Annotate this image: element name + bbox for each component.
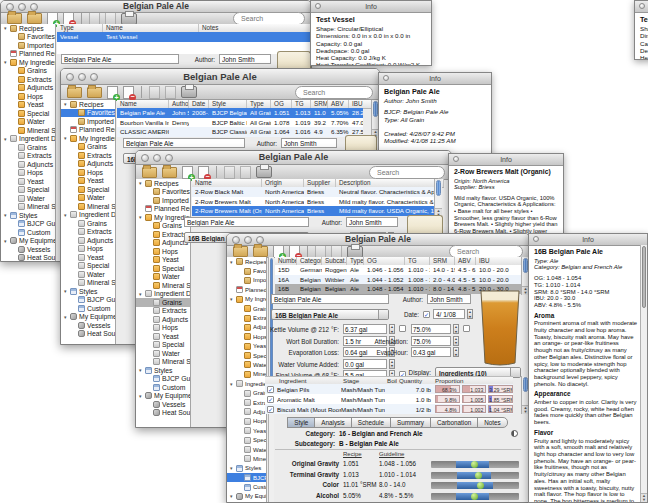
sidebar-item[interactable]: ▾ Extracts — [227, 398, 266, 407]
minimize-button[interactable] — [78, 73, 86, 81]
close-button[interactable] — [66, 73, 74, 81]
column-header[interactable]: Type — [347, 257, 364, 265]
sidebar-item[interactable]: ▾ BJCP Guid… — [227, 473, 266, 482]
column-header[interactable]: SRM — [430, 257, 455, 265]
palette-titlebar[interactable]: Info — [379, 73, 491, 85]
close-icon[interactable] — [639, 3, 645, 9]
close-icon[interactable] — [533, 236, 539, 242]
sidebar-item[interactable]: ▾ Mineral S… — [61, 202, 115, 211]
sidebar-item[interactable]: ▾ Ingredient D… — [1, 135, 55, 144]
sidebar-item[interactable]: ▾ Water — [1, 118, 55, 127]
sidebar-item[interactable]: ▾ My Ingredien… — [136, 213, 190, 222]
recipe-name-field[interactable] — [184, 217, 309, 227]
sidebar-item[interactable]: ▾ Water — [61, 194, 115, 203]
sidebar-item[interactable]: ▾ Custom — [61, 304, 115, 313]
sidebar-item[interactable]: ▾ Styles — [227, 464, 266, 473]
sidebar-item[interactable]: ▾ Water — [227, 445, 266, 454]
sidebar-item[interactable]: ▾ Extracts — [1, 152, 55, 161]
sidebar-item[interactable]: ▾ Yeast — [227, 426, 266, 435]
sidebar-item[interactable]: ▾ Vessels — [136, 400, 190, 409]
close-icon[interactable] — [383, 75, 389, 81]
sidebar-item[interactable]: ▾ Extracts — [61, 228, 115, 237]
sidebar-item[interactable]: ▾ Hops — [61, 245, 115, 254]
column-header[interactable]: TG — [405, 257, 430, 265]
tab[interactable]: Carbonation — [430, 417, 478, 428]
search-input[interactable] — [295, 86, 373, 99]
sidebar-item[interactable]: ▾ My Equipmen… — [136, 392, 190, 401]
recipe-name-field[interactable] — [271, 294, 389, 304]
sidebar-item[interactable]: ▾ Mineral S… — [1, 126, 55, 135]
column-header[interactable]: IBU — [349, 100, 372, 108]
sidebar-item[interactable]: ▾ Hops — [136, 247, 190, 256]
close-icon[interactable] — [453, 156, 459, 162]
palette-titlebar[interactable]: Info — [529, 234, 647, 246]
column-header[interactable]: Name — [117, 100, 169, 108]
sidebar-item[interactable]: ▾ Grains — [136, 298, 190, 307]
sidebar-item[interactable]: ▾ Yeast — [61, 253, 115, 262]
sidebar-item[interactable]: ▾ Ingredient D… — [61, 211, 115, 220]
sidebar-item[interactable]: ▾ Favorites — [61, 109, 115, 118]
column-header[interactable]: OG — [271, 100, 292, 108]
sidebar-item[interactable]: ▾ Yeast — [61, 177, 115, 186]
table-scrollbar[interactable]: ▲▼ — [434, 179, 442, 217]
minimize-button[interactable] — [244, 236, 252, 244]
sidebar-item[interactable]: ▾ Adjuncts — [136, 239, 190, 248]
param-checkbox[interactable] — [463, 325, 470, 332]
sidebar-item[interactable]: ▾ Heat Sou… — [1, 254, 55, 262]
column-header[interactable]: Author — [169, 100, 189, 108]
column-header[interactable]: Notes — [199, 24, 312, 32]
table-row[interactable]: Belgian Pale AleJohn S… 2008-…BJCP Belgi… — [117, 108, 363, 118]
sidebar-item[interactable]: ▾ Adjuncts — [1, 84, 55, 93]
sidebar-item[interactable]: ▾ Grains — [61, 143, 115, 152]
sidebar-item[interactable]: ▾ Mineral S… — [136, 358, 190, 367]
column-header[interactable]: Origin — [262, 179, 304, 187]
close-button[interactable] — [6, 3, 14, 11]
param-stepper[interactable]: ▲▼ — [453, 347, 459, 357]
table-row[interactable]: 16ABelgian … WitbierAle 1.044 - 1.0521.0… — [275, 275, 522, 285]
column-header[interactable]: Supplier — [304, 179, 336, 187]
table-row[interactable]: 2-Row Brewers Malt (Organic)North Americ… — [192, 206, 435, 216]
sidebar-item[interactable]: ▾ Favorites — [1, 33, 55, 42]
zoom-button[interactable] — [256, 236, 264, 244]
param-stepper[interactable]: ▲▼ — [389, 359, 395, 369]
titlebar[interactable]: Belgian Pale Ale — [136, 151, 451, 165]
sidebar-item[interactable]: ▾ Water — [136, 349, 190, 358]
column-header[interactable]: SRM — [311, 100, 328, 108]
sidebar-item[interactable]: ▾ Heat Sou… — [61, 330, 115, 339]
add-item-icon[interactable] — [107, 86, 118, 99]
column-header[interactable]: Name — [192, 179, 262, 187]
column-header[interactable]: OG — [364, 257, 405, 265]
sidebar-item[interactable]: ▾ Hops — [227, 417, 266, 426]
sidebar-item[interactable]: ▾ Mineral S… — [136, 281, 190, 290]
duplicate-icon[interactable] — [240, 166, 251, 179]
sidebar-item[interactable]: ▾ My Ingredien… — [1, 58, 55, 67]
ingredient-stage-popup[interactable]: Mash/Mash Tun — [341, 396, 385, 403]
column-header[interactable]: Type — [57, 24, 103, 32]
sidebar-item[interactable]: ▾ Custom — [136, 383, 190, 392]
sidebar-item[interactable]: ▾ Extracts — [136, 307, 190, 316]
table-row[interactable]: 15DGerman … Roggen…Ale 1.046 - 1.0561.01… — [275, 265, 522, 275]
ingredient-row[interactable]: Biscuit Malt (Mout Roost 50) Mash/Mash T… — [265, 404, 513, 414]
sidebar-item[interactable]: ▾ Styles — [61, 287, 115, 296]
close-button[interactable] — [141, 154, 149, 162]
print-icon[interactable] — [347, 246, 363, 258]
sidebar-item[interactable]: ▾ Styles — [1, 211, 55, 220]
sidebar-item[interactable]: ▾ Hops — [61, 168, 115, 177]
sidebar-item[interactable]: ▾ Vessels — [1, 245, 55, 254]
sidebar-item[interactable]: ▾ Adjuncts — [136, 315, 190, 324]
sidebar-item[interactable]: ▾ Adjuncts — [61, 160, 115, 169]
sidebar-item[interactable]: ▾ Extracts — [227, 313, 266, 322]
sidebar-item[interactable]: ▾ Recipes — [1, 24, 55, 33]
table-row[interactable]: Bourbon Vanilla Imperial PorterDenny BJC… — [117, 118, 363, 128]
sidebar-item[interactable]: ▾ Imported — [1, 41, 55, 50]
palette-titlebar[interactable]: Info — [311, 1, 431, 13]
column-header[interactable]: Category — [297, 257, 322, 265]
sidebar-item[interactable]: ▾ My Ingredien… — [227, 295, 266, 304]
sidebar-item[interactable]: ▾ Ingredient D… — [136, 290, 190, 299]
new-folder-icon[interactable] — [142, 167, 157, 178]
minimize-button[interactable] — [153, 154, 161, 162]
export-icon[interactable] — [149, 86, 160, 99]
sidebar-item[interactable]: ▾ Vessels — [61, 321, 115, 330]
print-icon[interactable] — [121, 13, 137, 25]
sidebar-item[interactable]: ▾ Grains — [227, 388, 266, 397]
